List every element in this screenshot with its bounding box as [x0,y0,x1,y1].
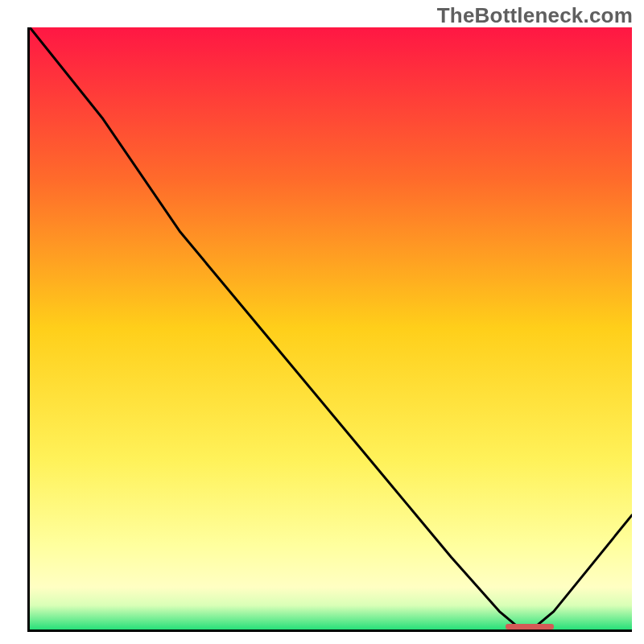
plot-axes [27,27,632,632]
watermark-text: TheBottleneck.com [437,3,633,28]
optimal-range-marker [506,624,554,630]
plot-area [30,27,632,630]
chart-stage: TheBottleneck.com [0,0,644,644]
bottleneck-curve [30,27,632,630]
